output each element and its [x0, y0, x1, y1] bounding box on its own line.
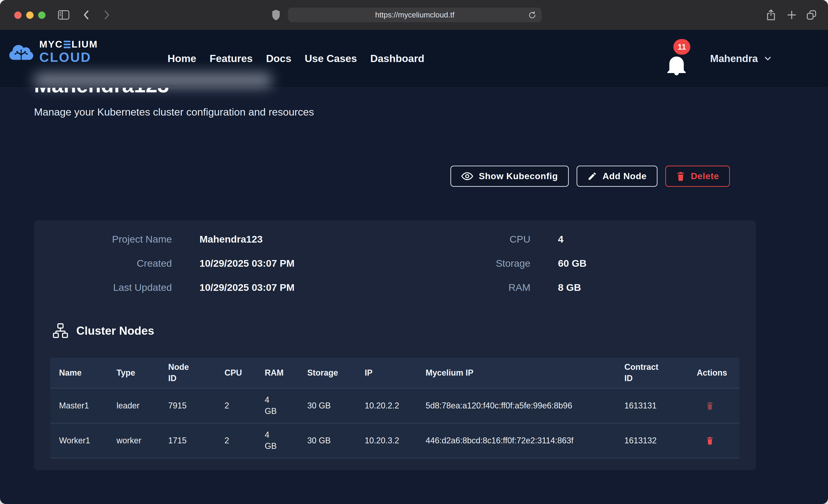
back-icon[interactable] [79, 7, 94, 23]
zoom-window-button[interactable] [38, 11, 45, 19]
project-name-label: Project Name [34, 234, 172, 245]
logo-e-glyph [64, 41, 71, 48]
browser-window: https://myceliumcloud.tf [0, 0, 828, 504]
minimize-window-button[interactable] [26, 11, 34, 19]
nav-item-docs[interactable]: Docs [266, 53, 291, 65]
cluster-nodes-heading: Cluster Nodes [76, 324, 154, 337]
cell-ram: 4 GB [256, 394, 298, 417]
refresh-icon[interactable] [528, 11, 537, 19]
cell-cpu: 2 [216, 400, 256, 411]
cpu-value: 4 [558, 234, 677, 245]
show-kubeconfig-label: Show Kubeconfig [479, 171, 558, 181]
col-header-cpu: CPU [216, 367, 256, 379]
created-label: Created [34, 258, 172, 269]
cell-actions [688, 401, 740, 410]
cluster-nodes-table: Name Type Node ID CPU RAM Storage IP Myc… [50, 358, 740, 458]
col-header-type: Type [108, 367, 160, 379]
table-header-row: Name Type Node ID CPU RAM Storage IP Myc… [50, 358, 740, 388]
sitemap-icon [53, 323, 68, 338]
cell-type: leader [108, 400, 160, 411]
user-name: Mahendra [710, 53, 758, 64]
cell-contract-id: 1613132 [616, 435, 688, 446]
notifications-button[interactable]: 11 [664, 43, 699, 78]
eye-icon [461, 172, 473, 181]
table-row-worker1: Worker1 worker 1715 2 4 GB 30 GB 10.20.3… [50, 423, 740, 458]
screenshot-stage: https://myceliumcloud.tf [0, 0, 828, 504]
col-header-actions: Actions [688, 367, 740, 379]
nav-item-use-cases[interactable]: Use Cases [305, 53, 357, 65]
cell-cpu: 2 [216, 435, 256, 446]
pencil-icon [587, 171, 597, 181]
add-node-button[interactable]: Add Node [577, 166, 658, 187]
nav-item-features[interactable]: Features [210, 53, 253, 65]
page-subtitle: Manage your Kubernetes cluster configura… [34, 106, 314, 118]
cluster-nodes-header: Cluster Nodes [53, 323, 154, 338]
nav-item-home[interactable]: Home [168, 53, 196, 65]
cell-name: Worker1 [50, 435, 108, 446]
tab-overview-icon[interactable] [804, 7, 819, 23]
notification-count-badge: 11 [673, 39, 690, 55]
user-menu[interactable]: Mahendra [710, 30, 773, 87]
close-window-button[interactable] [14, 11, 22, 19]
last-updated-label: Last Updated [34, 282, 172, 293]
cell-mycelium-ip: 5d8:78ea:a120:f40c:ff0f:a5fe:99e6:8b96 [417, 400, 616, 411]
cell-storage: 30 GB [298, 400, 356, 411]
cell-ip: 10.20.3.2 [356, 435, 417, 446]
trash-icon [706, 436, 714, 445]
cell-contract-id: 1613131 [616, 400, 688, 411]
nav-item-dashboard[interactable]: Dashboard [370, 53, 424, 65]
browser-toolbar: https://myceliumcloud.tf [0, 0, 828, 30]
col-header-node-id: Node ID [160, 362, 216, 384]
last-updated-value: 10/29/2025 03:07 PM [200, 282, 439, 293]
chevron-down-icon [763, 54, 773, 64]
cell-mycelium-ip: 446:d2a6:8bcd:8c16:ff0f:72e2:3114:863f [417, 435, 616, 446]
delete-node-button[interactable] [706, 401, 714, 410]
created-value: 10/29/2025 03:07 PM [200, 258, 439, 269]
cluster-detail-card: Project Name Mahendra123 CPU 4 Created 1… [34, 220, 756, 470]
cluster-details-grid: Project Name Mahendra123 CPU 4 Created 1… [34, 227, 756, 300]
delete-label: Delete [691, 171, 719, 181]
storage-value: 60 GB [558, 258, 677, 269]
url-bar[interactable]: https://myceliumcloud.tf [288, 8, 542, 22]
add-node-label: Add Node [603, 171, 647, 181]
cell-actions [688, 436, 740, 445]
cpu-label: CPU [466, 234, 530, 245]
table-row-master1: Master1 leader 7915 2 4 GB 30 GB 10.20.2… [50, 388, 740, 423]
storage-label: Storage [466, 258, 530, 269]
logo-text: MYCLIUM CLOUD [39, 40, 98, 64]
show-kubeconfig-button[interactable]: Show Kubeconfig [450, 166, 569, 187]
privacy-shield-icon[interactable] [268, 7, 284, 23]
delete-node-button[interactable] [706, 436, 714, 445]
ram-value: 8 GB [558, 282, 677, 293]
trash-icon [676, 171, 685, 181]
cluster-actions-row: Show Kubeconfig Add Node Delete [0, 166, 730, 187]
cell-node-id: 7915 [160, 400, 216, 411]
cell-node-id: 1715 [160, 435, 216, 446]
project-name-value: Mahendra123 [200, 234, 439, 245]
cell-ip: 10.20.2.2 [356, 400, 417, 411]
cell-storage: 30 GB [298, 435, 356, 446]
url-text: https://myceliumcloud.tf [375, 10, 455, 19]
col-header-ram: RAM [256, 367, 298, 379]
mycelium-cloud-logo-icon [8, 41, 35, 63]
share-icon[interactable] [763, 7, 779, 23]
forward-icon[interactable] [99, 7, 115, 23]
logo[interactable]: MYCLIUM CLOUD [8, 40, 98, 64]
site-navbar: MYCLIUM CLOUD Home Features Docs Use Cas… [0, 30, 828, 88]
delete-cluster-button[interactable]: Delete [665, 166, 730, 187]
col-header-name: Name [50, 367, 108, 379]
col-header-storage: Storage [298, 367, 356, 379]
nav-links: Home Features Docs Use Cases Dashboard [168, 30, 424, 87]
col-header-ip: IP [356, 367, 417, 379]
logo-line2: CLOUD [39, 50, 98, 64]
cell-type: worker [108, 435, 160, 446]
col-header-contract-id: Contract ID [616, 362, 688, 384]
cell-name: Master1 [50, 400, 108, 411]
new-tab-icon[interactable] [784, 7, 799, 23]
ram-label: RAM [466, 282, 530, 293]
cell-ram: 4 GB [256, 429, 298, 452]
sidebar-toggle-icon[interactable] [56, 7, 71, 23]
bell-icon [666, 53, 687, 76]
trash-icon [706, 401, 714, 410]
col-header-mycelium-ip: Mycelium IP [417, 367, 616, 379]
